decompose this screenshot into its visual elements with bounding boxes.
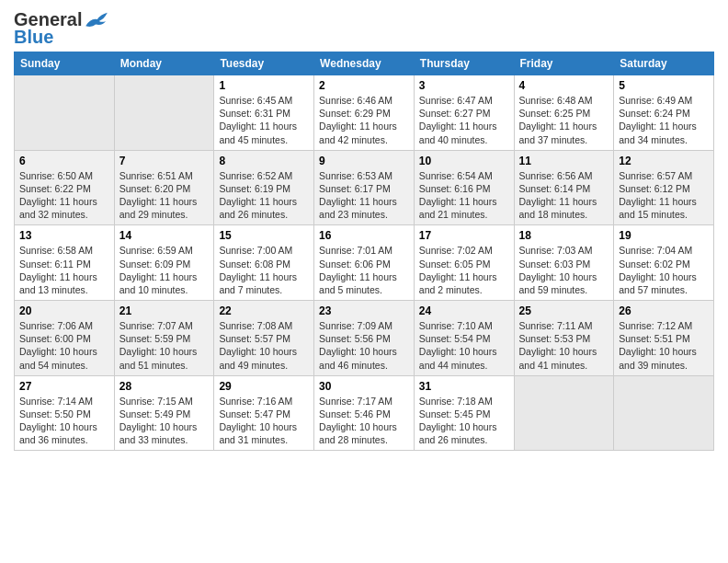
- calendar-cell: 27Sunrise: 7:14 AM Sunset: 5:50 PM Dayli…: [15, 375, 115, 451]
- calendar-cell: [15, 75, 115, 151]
- calendar-cell: 17Sunrise: 7:02 AM Sunset: 6:05 PM Dayli…: [414, 225, 514, 301]
- logo-blue-text: Blue: [14, 27, 53, 48]
- day-number: 27: [19, 380, 109, 393]
- calendar-cell: 26Sunrise: 7:12 AM Sunset: 5:51 PM Dayli…: [614, 301, 714, 376]
- day-number: 3: [419, 79, 509, 92]
- day-info: Sunrise: 6:59 AM Sunset: 6:09 PM Dayligh…: [119, 244, 210, 296]
- calendar-week-row: 13Sunrise: 6:58 AM Sunset: 6:11 PM Dayli…: [15, 225, 714, 301]
- calendar-cell: 23Sunrise: 7:09 AM Sunset: 5:56 PM Dayli…: [314, 301, 415, 376]
- day-info: Sunrise: 7:03 AM Sunset: 6:03 PM Dayligh…: [519, 244, 609, 296]
- calendar-cell: 8Sunrise: 6:52 AM Sunset: 6:19 PM Daylig…: [214, 150, 314, 225]
- day-number: 18: [519, 229, 609, 242]
- day-number: 23: [319, 304, 409, 317]
- day-number: 10: [419, 155, 509, 167]
- calendar-cell: 16Sunrise: 7:01 AM Sunset: 6:06 PM Dayli…: [314, 225, 415, 301]
- calendar-cell: 31Sunrise: 7:18 AM Sunset: 5:45 PM Dayli…: [414, 375, 514, 451]
- calendar-cell: 10Sunrise: 6:54 AM Sunset: 6:16 PM Dayli…: [414, 150, 514, 225]
- day-number: 15: [219, 229, 309, 242]
- day-info: Sunrise: 6:57 AM Sunset: 6:12 PM Dayligh…: [619, 169, 709, 222]
- calendar-cell: 30Sunrise: 7:17 AM Sunset: 5:46 PM Dayli…: [314, 375, 415, 451]
- day-info: Sunrise: 7:10 AM Sunset: 5:54 PM Dayligh…: [419, 319, 509, 372]
- calendar-cell: 20Sunrise: 7:06 AM Sunset: 6:00 PM Dayli…: [15, 301, 115, 376]
- calendar-cell: 14Sunrise: 6:59 AM Sunset: 6:09 PM Dayli…: [114, 225, 214, 301]
- calendar-cell: 22Sunrise: 7:08 AM Sunset: 5:57 PM Dayli…: [214, 301, 314, 376]
- calendar-cell: 24Sunrise: 7:10 AM Sunset: 5:54 PM Dayli…: [414, 301, 514, 376]
- calendar-cell: [614, 375, 714, 451]
- day-info: Sunrise: 7:16 AM Sunset: 5:47 PM Dayligh…: [219, 395, 309, 447]
- day-info: Sunrise: 7:07 AM Sunset: 5:59 PM Dayligh…: [119, 319, 210, 372]
- calendar-cell: 1Sunrise: 6:45 AM Sunset: 6:31 PM Daylig…: [214, 75, 314, 151]
- logo-bird-icon: [84, 11, 109, 29]
- calendar-cell: 28Sunrise: 7:15 AM Sunset: 5:49 PM Dayli…: [114, 375, 214, 451]
- calendar-cell: [114, 75, 214, 151]
- day-info: Sunrise: 7:12 AM Sunset: 5:51 PM Dayligh…: [619, 319, 709, 372]
- calendar-cell: 3Sunrise: 6:47 AM Sunset: 6:27 PM Daylig…: [414, 75, 514, 151]
- logo: General Blue: [14, 9, 109, 48]
- day-number: 8: [219, 155, 309, 167]
- calendar-week-row: 27Sunrise: 7:14 AM Sunset: 5:50 PM Dayli…: [15, 375, 714, 451]
- day-info: Sunrise: 7:04 AM Sunset: 6:02 PM Dayligh…: [619, 244, 709, 296]
- calendar-cell: 13Sunrise: 6:58 AM Sunset: 6:11 PM Dayli…: [15, 225, 115, 301]
- weekday-header-saturday: Saturday: [614, 52, 714, 75]
- calendar-cell: [514, 375, 614, 451]
- day-info: Sunrise: 7:06 AM Sunset: 6:00 PM Dayligh…: [19, 319, 109, 372]
- day-number: 29: [219, 380, 309, 393]
- day-number: 20: [19, 304, 109, 317]
- day-info: Sunrise: 7:01 AM Sunset: 6:06 PM Dayligh…: [319, 244, 409, 296]
- calendar-cell: 29Sunrise: 7:16 AM Sunset: 5:47 PM Dayli…: [214, 375, 314, 451]
- calendar-cell: 9Sunrise: 6:53 AM Sunset: 6:17 PM Daylig…: [314, 150, 415, 225]
- day-info: Sunrise: 6:50 AM Sunset: 6:22 PM Dayligh…: [19, 169, 109, 222]
- weekday-header-tuesday: Tuesday: [214, 52, 314, 75]
- day-number: 30: [319, 380, 409, 393]
- day-info: Sunrise: 6:51 AM Sunset: 6:20 PM Dayligh…: [119, 169, 210, 222]
- day-info: Sunrise: 7:14 AM Sunset: 5:50 PM Dayligh…: [19, 395, 109, 447]
- calendar-cell: 15Sunrise: 7:00 AM Sunset: 6:08 PM Dayli…: [214, 225, 314, 301]
- day-number: 24: [419, 304, 509, 317]
- calendar-cell: 5Sunrise: 6:49 AM Sunset: 6:24 PM Daylig…: [614, 75, 714, 151]
- day-info: Sunrise: 7:02 AM Sunset: 6:05 PM Dayligh…: [419, 244, 509, 296]
- weekday-header-row: SundayMondayTuesdayWednesdayThursdayFrid…: [15, 52, 714, 75]
- calendar-cell: 2Sunrise: 6:46 AM Sunset: 6:29 PM Daylig…: [314, 75, 415, 151]
- day-number: 22: [219, 304, 309, 317]
- day-info: Sunrise: 7:08 AM Sunset: 5:57 PM Dayligh…: [219, 319, 309, 372]
- calendar-cell: 11Sunrise: 6:56 AM Sunset: 6:14 PM Dayli…: [514, 150, 614, 225]
- day-info: Sunrise: 6:46 AM Sunset: 6:29 PM Dayligh…: [319, 94, 409, 146]
- day-info: Sunrise: 6:53 AM Sunset: 6:17 PM Dayligh…: [319, 169, 409, 222]
- day-info: Sunrise: 7:18 AM Sunset: 5:45 PM Dayligh…: [419, 395, 509, 447]
- day-number: 25: [519, 304, 609, 317]
- calendar-cell: 6Sunrise: 6:50 AM Sunset: 6:22 PM Daylig…: [15, 150, 115, 225]
- day-info: Sunrise: 6:47 AM Sunset: 6:27 PM Dayligh…: [419, 94, 509, 146]
- day-info: Sunrise: 6:52 AM Sunset: 6:19 PM Dayligh…: [219, 169, 309, 222]
- calendar-cell: 25Sunrise: 7:11 AM Sunset: 5:53 PM Dayli…: [514, 301, 614, 376]
- day-number: 21: [119, 304, 210, 317]
- calendar-cell: 21Sunrise: 7:07 AM Sunset: 5:59 PM Dayli…: [114, 301, 214, 376]
- day-number: 7: [119, 155, 210, 167]
- day-info: Sunrise: 6:49 AM Sunset: 6:24 PM Dayligh…: [619, 94, 709, 146]
- weekday-header-monday: Monday: [114, 52, 214, 75]
- weekday-header-friday: Friday: [514, 52, 614, 75]
- weekday-header-sunday: Sunday: [15, 52, 115, 75]
- day-number: 16: [319, 229, 409, 242]
- weekday-header-thursday: Thursday: [414, 52, 514, 75]
- day-number: 1: [219, 79, 309, 92]
- day-number: 26: [619, 304, 709, 317]
- day-number: 11: [519, 155, 609, 167]
- day-info: Sunrise: 6:56 AM Sunset: 6:14 PM Dayligh…: [519, 169, 609, 222]
- day-info: Sunrise: 7:11 AM Sunset: 5:53 PM Dayligh…: [519, 319, 609, 372]
- day-number: 12: [619, 155, 709, 167]
- calendar-week-row: 20Sunrise: 7:06 AM Sunset: 6:00 PM Dayli…: [15, 301, 714, 376]
- day-info: Sunrise: 7:09 AM Sunset: 5:56 PM Dayligh…: [319, 319, 409, 372]
- day-number: 4: [519, 79, 609, 92]
- calendar-week-row: 1Sunrise: 6:45 AM Sunset: 6:31 PM Daylig…: [15, 75, 714, 151]
- calendar-cell: 19Sunrise: 7:04 AM Sunset: 6:02 PM Dayli…: [614, 225, 714, 301]
- day-number: 2: [319, 79, 409, 92]
- calendar-cell: 7Sunrise: 6:51 AM Sunset: 6:20 PM Daylig…: [114, 150, 214, 225]
- day-info: Sunrise: 6:45 AM Sunset: 6:31 PM Dayligh…: [219, 94, 309, 146]
- page-header: General Blue: [14, 9, 714, 48]
- day-number: 17: [419, 229, 509, 242]
- calendar-table: SundayMondayTuesdayWednesdayThursdayFrid…: [14, 52, 714, 451]
- day-info: Sunrise: 6:58 AM Sunset: 6:11 PM Dayligh…: [19, 244, 109, 296]
- day-number: 13: [19, 229, 109, 242]
- day-number: 31: [419, 380, 509, 393]
- calendar-cell: 4Sunrise: 6:48 AM Sunset: 6:25 PM Daylig…: [514, 75, 614, 151]
